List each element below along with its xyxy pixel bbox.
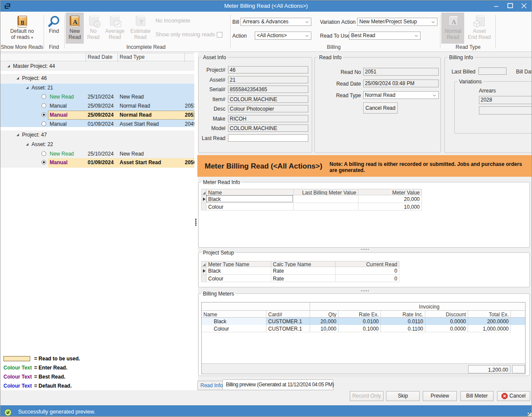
svg-text:?: ? xyxy=(139,18,143,25)
svg-text:i: i xyxy=(97,22,98,27)
svg-text:n: n xyxy=(21,19,24,25)
svg-text:A: A xyxy=(73,19,78,25)
svg-text:A: A xyxy=(452,19,456,25)
